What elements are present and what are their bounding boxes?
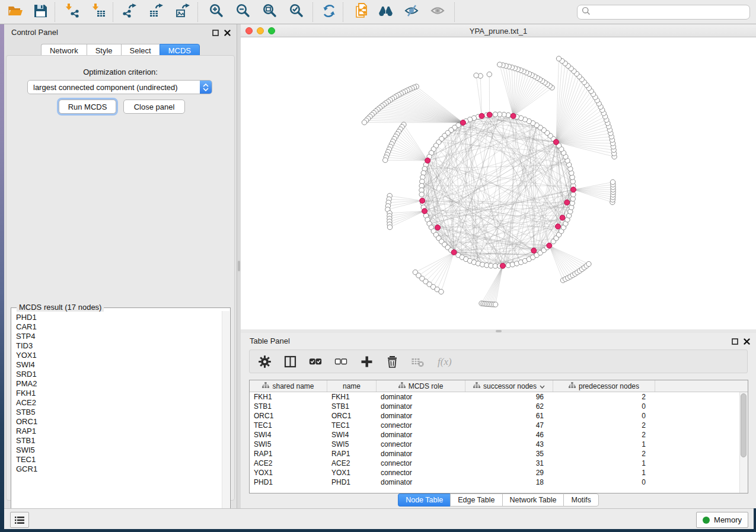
table-panel-header: Table Panel [241, 333, 756, 348]
import-table-button[interactable] [88, 2, 109, 23]
column-header-name[interactable]: name [327, 380, 377, 392]
mcds-result-item[interactable]: FKH1 [16, 389, 222, 398]
mcds-result-item[interactable]: SWI5 [16, 446, 222, 455]
horizontal-splitter-thumb[interactable] [496, 330, 502, 332]
close-panel-button[interactable]: Close panel [123, 100, 185, 114]
mcds-result-item[interactable]: STP4 [16, 332, 222, 341]
birds-eye-view-button[interactable] [427, 2, 448, 23]
table-row[interactable]: YOX1YOX1connector291 [250, 468, 748, 477]
add-column-button[interactable] [360, 355, 374, 368]
apply-layout-button[interactable] [318, 2, 340, 23]
export-network-button[interactable] [119, 2, 140, 23]
table-toolbar: f(x) [249, 350, 748, 373]
column-header-shared-name[interactable]: shared name [250, 380, 327, 392]
export-network-icon [122, 3, 138, 21]
mcds-result-item[interactable]: STB5 [16, 408, 222, 417]
control-panel-title: Control Panel [11, 28, 58, 37]
table-header-row[interactable]: shared namenameMCDS rolesuccessor nodesp… [250, 380, 748, 392]
tab-edge-table[interactable]: Edge Table [450, 493, 502, 507]
network-graph[interactable] [241, 37, 756, 329]
select-all-checkboxes-button[interactable] [309, 355, 323, 368]
cell-shared-name: RAP1 [250, 449, 327, 459]
vertical-splitter-thumb[interactable] [238, 261, 240, 271]
cell-name: TEC1 [327, 421, 377, 430]
mcds-result-item[interactable]: PMA2 [16, 379, 222, 389]
mcds-result-item[interactable]: ACE2 [16, 398, 222, 408]
run-mcds-button[interactable]: Run MCDS [59, 100, 116, 114]
zoom-fit-button[interactable] [259, 2, 280, 23]
mcds-result-item[interactable]: SWI4 [16, 360, 222, 370]
table-row[interactable]: RAP1RAP1dominator352 [250, 449, 748, 459]
mcds-result-item[interactable]: TID3 [16, 341, 222, 351]
mcds-result-item[interactable]: RAP1 [16, 427, 222, 436]
table-row[interactable]: STB1STB1dominator620 [250, 402, 748, 411]
mcds-result-item[interactable]: TEC1 [16, 455, 222, 464]
table-row[interactable]: SWI5SWI5connector431 [250, 440, 748, 449]
column-header-MCDS-role[interactable]: MCDS role [377, 380, 465, 392]
zoom-out-button[interactable] [232, 2, 254, 23]
control-panel: Control Panel NetworkStyleSelectMCDS Opt… [4, 24, 237, 508]
settings-gear-button[interactable] [258, 355, 272, 368]
column-header-filler [655, 380, 748, 392]
zoom-in-button[interactable] [206, 2, 227, 23]
close-panel-icon[interactable] [224, 28, 231, 39]
float-panel-icon[interactable] [212, 28, 219, 39]
memory-button[interactable]: Memory [696, 512, 748, 528]
tab-motifs[interactable]: Motifs [563, 493, 598, 507]
float-table-panel-icon[interactable] [732, 336, 738, 347]
cell-shared-name: ACE2 [250, 459, 327, 468]
close-table-panel-icon[interactable] [744, 336, 750, 347]
find-button[interactable] [375, 2, 396, 23]
export-table-button[interactable] [145, 2, 167, 23]
delete-columns-button[interactable] [385, 355, 399, 368]
mcds-result-item[interactable]: YOX1 [16, 351, 222, 360]
criterion-value: largest connected component (undirected) [28, 83, 200, 92]
mcds-result-item[interactable]: STB1 [16, 436, 222, 446]
table-row[interactable]: SWI4SWI4dominator462 [250, 430, 748, 440]
cell-predecessor-nodes: 0 [553, 402, 655, 411]
split-panel-button[interactable] [283, 355, 297, 368]
search-box[interactable] [577, 5, 750, 20]
table-row[interactable]: ACE2ACE2connector311 [250, 459, 748, 468]
node-table[interactable]: shared namenameMCDS rolesuccessor nodesp… [249, 380, 748, 493]
mcds-result-item[interactable]: GCR1 [16, 464, 222, 474]
network-canvas[interactable] [241, 37, 756, 329]
network-titlebar[interactable]: YPA_prune.txt_1 [241, 24, 756, 37]
export-image-button[interactable] [172, 2, 193, 23]
cell-successor-nodes: 62 [465, 402, 553, 411]
mcds-result-item[interactable]: ORC1 [16, 417, 222, 427]
save-session-button[interactable] [30, 2, 51, 23]
mcds-result-item[interactable]: CAR1 [16, 322, 222, 332]
table-scrollbar-thumb[interactable] [741, 393, 747, 457]
table-row[interactable]: FKH1FKH1dominator962 [250, 392, 748, 402]
cell-successor-nodes: 61 [465, 411, 553, 421]
tab-node-table[interactable]: Node Table [398, 493, 450, 507]
cell-shared-name: ORC1 [250, 411, 327, 421]
table-row[interactable]: ORC1ORC1dominator610 [250, 411, 748, 421]
open-file-button[interactable] [5, 2, 26, 23]
zoom-in-icon [209, 3, 225, 21]
mcds-result-item[interactable]: PHD1 [16, 313, 222, 322]
zoom-selected-button[interactable] [286, 2, 307, 23]
cell-MCDS-role: connector [377, 440, 465, 449]
search-input[interactable] [591, 8, 749, 17]
task-history-button[interactable] [10, 512, 29, 528]
mcds-result-item[interactable]: SRD1 [16, 370, 222, 379]
mcds-result-list[interactable]: PHD1CAR1STP4TID3YOX1SWI4SRD1PMA2FKH1ACE2… [11, 310, 222, 527]
table-row[interactable]: TEC1TEC1connector472 [250, 421, 748, 430]
cell-name: SWI4 [327, 430, 377, 440]
export-web-document-button[interactable] [351, 2, 372, 23]
criterion-select[interactable]: largest connected component (undirected) [27, 80, 212, 94]
column-header-successor-nodes[interactable]: successor nodes [465, 380, 553, 392]
table-row[interactable]: PHD1PHD1dominator180 [250, 477, 748, 487]
mcds-list-scrollbar[interactable] [222, 311, 229, 526]
column-header-predecessor-nodes[interactable]: predecessor nodes [553, 380, 655, 392]
table-scrollbar[interactable] [739, 392, 748, 493]
tab-network-table[interactable]: Network Table [502, 493, 564, 507]
delete-table-button [411, 355, 425, 368]
deselect-all-checkboxes-button[interactable] [334, 355, 348, 368]
network-view-window: YPA_prune.txt_1 [241, 24, 756, 333]
cell-predecessor-nodes: 0 [553, 411, 655, 421]
import-network-button[interactable] [61, 2, 82, 23]
hide-graphics-details-button[interactable] [401, 2, 422, 23]
